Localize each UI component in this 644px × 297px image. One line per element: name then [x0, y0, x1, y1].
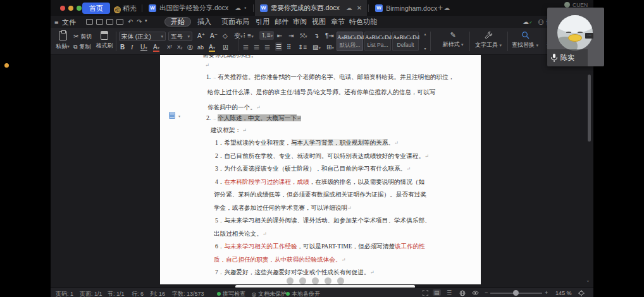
document-tab[interactable]: W出国留学经验分享.docx☁•: [144, 0, 252, 16]
distribute-button[interactable]: ⠿: [287, 43, 291, 52]
enclose-char-button[interactable]: 囚: [223, 43, 228, 52]
font-name-select[interactable]: 宋体 (正文)▾: [119, 32, 166, 41]
undo-icon[interactable]: ↶: [128, 18, 133, 25]
text-run: ↵: [256, 105, 261, 111]
find-replace-button[interactable]: 查找替换 ▾: [510, 31, 540, 49]
phonetic-guide-button[interactable]: Ⓐ: [187, 43, 193, 52]
backup-dot: [286, 292, 290, 296]
video-call-tile[interactable]: ⋯ 陈实: [547, 8, 604, 66]
zoom-level[interactable]: 145 %: [555, 290, 572, 296]
menu-tab-8[interactable]: 特色功能: [349, 17, 377, 27]
zoom-window-button[interactable]: [77, 6, 82, 11]
fit-page-icon[interactable]: [578, 290, 585, 296]
format-painter-button[interactable]: 格式刷: [95, 31, 114, 50]
font-size-select[interactable]: 五号▾: [168, 32, 192, 41]
style-chip[interactable]: AaBbCcDd默认段...: [337, 32, 363, 51]
char-scale-button[interactable]: ⤧▾: [300, 32, 307, 40]
line-spacing-button[interactable]: ⇕≡: [298, 43, 307, 52]
fullscreen-icon[interactable]: [423, 290, 428, 296]
cloud-sync-icon: ☁: [235, 4, 241, 11]
styles-scroll[interactable]: ▴ ▾: [423, 32, 428, 51]
text-run: 给你上过什么课、是你的班主任/辅导员/论文导师。还有你单位推荐人的信息，可以写: [207, 88, 435, 95]
close-tab-icon[interactable]: ✕: [357, 4, 362, 11]
numbering-button[interactable]: ⒈≡▾: [259, 31, 274, 40]
styles-scroll-up-icon[interactable]: ▴: [423, 32, 428, 36]
align-left-button[interactable]: ☰: [243, 43, 249, 52]
menu-tab-2[interactable]: 页面布局: [221, 17, 249, 27]
decrease-indent-button[interactable]: ⇤: [277, 32, 282, 40]
new-tab-button[interactable]: +: [438, 3, 443, 13]
increase-indent-button[interactable]: ⇥: [288, 32, 294, 40]
zoom-in-icon[interactable]: +: [545, 289, 548, 296]
store-tab[interactable]: 稻稻壳: [114, 3, 137, 14]
menu-tab-0[interactable]: 开始: [164, 17, 191, 27]
style-chip[interactable]: AaBbCcDdList Pa...: [364, 32, 391, 51]
web-view-icon[interactable]: [459, 290, 466, 296]
styles-scroll-down-icon[interactable]: ▾: [423, 46, 428, 51]
zoom-out-icon[interactable]: −: [485, 289, 488, 296]
underline-button[interactable]: U▾: [140, 43, 147, 52]
grow-font-button[interactable]: A⁺: [197, 32, 205, 40]
text-run: 个人陈述，中文。大概写一下: [218, 114, 297, 121]
document-area[interactable]: ▾ 需要你完成的东西。↵1.→有关推荐信。把你准备找的一个老师的名字、电话、邮箱…: [51, 55, 593, 288]
borders-button[interactable]: ⊞▾: [326, 43, 334, 52]
open-icon[interactable]: [86, 19, 93, 25]
minimize-window-button[interactable]: [68, 6, 73, 11]
outline-view-icon[interactable]: ☰: [447, 289, 452, 296]
history-caret-icon[interactable]: ▾: [145, 18, 147, 23]
menu-tab-1[interactable]: 插入: [197, 17, 211, 27]
home-tab[interactable]: 首页: [82, 3, 110, 14]
text-direction-button[interactable]: ↴: [314, 32, 319, 40]
align-right-button[interactable]: ☰: [264, 43, 270, 52]
char-border-button[interactable]: A▾: [153, 43, 159, 52]
cut-button[interactable]: ✂ 剪切: [73, 32, 92, 41]
text-run: ↵: [394, 140, 399, 146]
align-center-button[interactable]: ☰: [254, 43, 259, 52]
style-chip[interactable]: AaBbCcDdDefault: [392, 32, 419, 51]
save-icon[interactable]: [96, 19, 103, 25]
shrink-font-button[interactable]: A⁻: [210, 32, 218, 40]
file-menu[interactable]: 文件: [62, 18, 76, 27]
print-icon[interactable]: [106, 19, 113, 25]
menu-tab-5[interactable]: 审阅: [293, 17, 307, 27]
menu-tab-3[interactable]: 引用: [256, 17, 269, 27]
page-view-icon[interactable]: ▤: [433, 289, 441, 296]
text-run: 1．希望就读的专业和程度，: [215, 139, 291, 146]
backup-status[interactable]: 本地备份开: [286, 290, 320, 297]
superscript-button[interactable]: X²: [167, 43, 172, 52]
bold-button[interactable]: B: [120, 43, 125, 52]
paste-button[interactable]: 粘贴▾: [54, 31, 71, 51]
document-page[interactable]: ▾ 需要你完成的东西。↵1.→有关推荐信。把你准备找的一个老师的名字、电话、邮箱…: [160, 55, 481, 284]
menu-tab-4[interactable]: 邮件: [275, 17, 288, 27]
new-style-button[interactable]: ✎ 新样式 ▾: [440, 31, 466, 49]
shading-button[interactable]: ▨▾: [313, 43, 321, 52]
protect-status[interactable]: ✕文档未保护: [252, 290, 287, 297]
text-run: ↵: [297, 116, 301, 121]
subscript-button[interactable]: X₂: [177, 43, 182, 52]
document-tab[interactable]: W需要你完成的东西.docx☁✕: [255, 0, 368, 16]
text-tool-button[interactable]: 文字工具 ▾: [473, 31, 504, 49]
menu-tab-6[interactable]: 视图: [312, 17, 326, 27]
char-shading-button[interactable]: ab: [197, 43, 204, 52]
menu-tab-7[interactable]: 章节: [331, 17, 345, 27]
spell-check-status[interactable]: 拼写检查: [217, 290, 245, 297]
vertical-scrollbar-thumb[interactable]: [588, 75, 591, 142]
bullets-button[interactable]: ⠇≡▾: [243, 32, 254, 40]
italic-button[interactable]: I: [131, 43, 133, 52]
zoom-slider-thumb[interactable]: [513, 290, 519, 296]
close-window-button[interactable]: [60, 6, 65, 11]
menu-bar: ≡ 文件 ↶ ↷ ▾ 开始插入页面布局引用邮件审阅视图章节特色功能 ☁✓ ⚇ 协…: [51, 16, 593, 28]
preview-icon[interactable]: [116, 19, 123, 25]
clear-format-button[interactable]: ◇: [223, 32, 228, 40]
font-color-button[interactable]: A▾: [209, 43, 215, 52]
paste-options-popup[interactable]: ▾: [169, 112, 184, 119]
justify-button[interactable]: ☰: [275, 42, 282, 51]
tile-menu-icon[interactable]: ⋯: [585, 33, 593, 39]
copy-button[interactable]: ⧉ 复制: [73, 42, 90, 51]
text-run: 2．自己目前所在学校、专业、就读时间。可以特别表达成绩较好的专业课程。: [215, 152, 424, 159]
show-marks-button[interactable]: ¶⇥: [325, 32, 334, 40]
scroll-down-icon[interactable]: ⌄: [586, 277, 590, 283]
read-mode-icon[interactable]: [472, 290, 479, 296]
redo-icon[interactable]: ↷: [137, 18, 142, 25]
hamburger-icon[interactable]: ≡: [54, 18, 58, 27]
